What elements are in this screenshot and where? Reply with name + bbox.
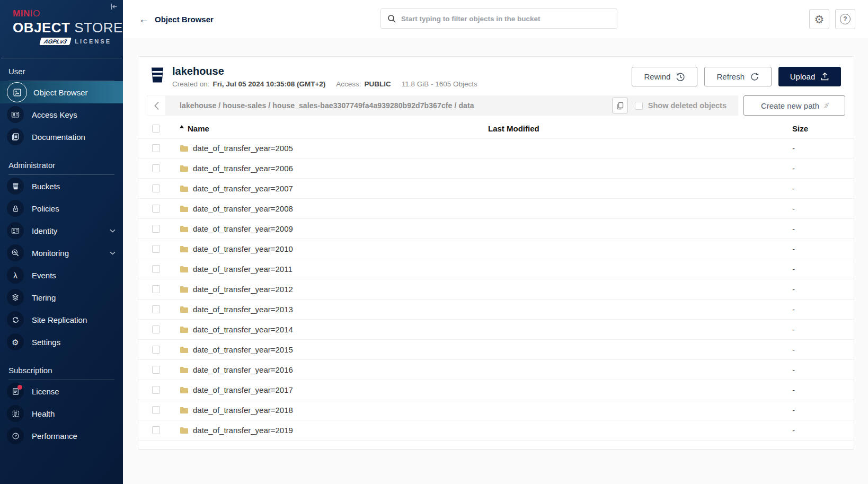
table-row[interactable]: date_of_transfer_year=2007-: [138, 179, 854, 199]
events-icon: λ: [7, 267, 24, 284]
show-deleted-toggle[interactable]: Show deleted objects: [635, 101, 731, 110]
page-title: Object Browser: [155, 15, 214, 24]
row-checkbox[interactable]: [152, 225, 160, 233]
object-filter-search[interactable]: [380, 8, 617, 29]
table-row[interactable]: date_of_transfer_year=2018-: [138, 400, 854, 420]
object-name: date_of_transfer_year=2010: [193, 244, 293, 253]
row-checkbox[interactable]: [152, 346, 160, 354]
size-cell: -: [792, 164, 854, 173]
row-checkbox[interactable]: [152, 184, 160, 192]
collapse-sidebar-icon[interactable]: [111, 3, 118, 10]
refresh-button[interactable]: Refresh: [704, 67, 772, 86]
back-navigation[interactable]: ← Object Browser: [139, 14, 214, 24]
bucket-browser-card: lakehouse Created on: Fri, Jul 05 2024 1…: [138, 56, 854, 450]
table-row[interactable]: date_of_transfer_year=2016-: [138, 360, 854, 380]
show-deleted-checkbox[interactable]: [635, 102, 643, 110]
row-checkbox[interactable]: [152, 205, 160, 213]
table-row[interactable]: date_of_transfer_year=2005-: [138, 138, 854, 159]
folder-link[interactable]: date_of_transfer_year=2016: [180, 365, 488, 374]
folder-link[interactable]: date_of_transfer_year=2013: [180, 305, 488, 314]
wordmark-light: STORE: [74, 20, 123, 36]
table-row[interactable]: date_of_transfer_year=2013-: [138, 300, 854, 320]
sidebar-item-identity[interactable]: Identity: [0, 219, 123, 242]
path-back-button[interactable]: [147, 95, 166, 116]
folder-link[interactable]: date_of_transfer_year=2018: [180, 406, 488, 415]
column-header-last-modified[interactable]: Last Modified: [488, 124, 792, 133]
help-button[interactable]: ?: [835, 9, 855, 29]
folder-link[interactable]: date_of_transfer_year=2007: [180, 184, 488, 193]
sidebar-item-access-keys[interactable]: Access Keys: [0, 103, 123, 126]
column-header-size[interactable]: Size: [792, 124, 854, 133]
sidebar-item-buckets[interactable]: Buckets: [0, 175, 123, 197]
sidebar-item-license[interactable]: License: [0, 380, 123, 402]
folder-link[interactable]: date_of_transfer_year=2012: [180, 285, 488, 294]
folder-icon: [180, 407, 189, 414]
table-row[interactable]: date_of_transfer_year=2011-: [138, 259, 854, 279]
search-input[interactable]: [401, 15, 610, 23]
bucket-icon: [150, 67, 165, 83]
sidebar-item-performance[interactable]: Performance: [0, 425, 123, 447]
sidebar-item-health[interactable]: Health: [0, 402, 123, 425]
folder-link[interactable]: date_of_transfer_year=2014: [180, 325, 488, 334]
chevron-down-icon[interactable]: [110, 229, 116, 233]
folder-link[interactable]: date_of_transfer_year=2017: [180, 385, 488, 394]
size-cell: -: [792, 265, 854, 274]
row-checkbox[interactable]: [152, 386, 160, 394]
refresh-label: Refresh: [716, 72, 745, 81]
size-cell: -: [792, 406, 854, 415]
row-checkbox[interactable]: [152, 366, 160, 374]
row-checkbox[interactable]: [152, 285, 160, 293]
row-checkbox[interactable]: [152, 426, 160, 434]
folder-link[interactable]: date_of_transfer_year=2015: [180, 345, 488, 354]
rewind-button[interactable]: Rewind: [632, 67, 697, 86]
sidebar-item-site-replication[interactable]: Site Replication: [0, 309, 123, 331]
row-checkbox[interactable]: [152, 144, 160, 152]
row-checkbox[interactable]: [152, 164, 160, 172]
table-row[interactable]: date_of_transfer_year=2015-: [138, 340, 854, 360]
select-all-checkbox[interactable]: [152, 125, 160, 133]
sidebar-item-label: Events: [32, 271, 56, 280]
sidebar-item-monitoring[interactable]: Monitoring: [0, 242, 123, 264]
back-arrow-icon[interactable]: ←: [139, 14, 149, 24]
column-header-name[interactable]: Name: [180, 124, 488, 133]
table-row[interactable]: date_of_transfer_year=2009-: [138, 219, 854, 239]
folder-link[interactable]: date_of_transfer_year=2008: [180, 204, 488, 213]
sidebar-item-object-browser[interactable]: Object Browser: [0, 81, 123, 103]
folder-link[interactable]: date_of_transfer_year=2005: [180, 144, 488, 153]
created-value: Fri, Jul 05 2024 10:35:08 (GMT+2): [213, 80, 326, 88]
folder-link[interactable]: date_of_transfer_year=2009: [180, 224, 488, 233]
folder-link[interactable]: date_of_transfer_year=2006: [180, 164, 488, 173]
table-row[interactable]: date_of_transfer_year=2006-: [138, 159, 854, 179]
table-row[interactable]: date_of_transfer_year=2014-: [138, 320, 854, 340]
show-deleted-label: Show deleted objects: [648, 101, 727, 110]
row-checkbox[interactable]: [152, 406, 160, 414]
table-row[interactable]: date_of_transfer_year=2010-: [138, 239, 854, 259]
folder-link[interactable]: date_of_transfer_year=2010: [180, 244, 488, 253]
breadcrumb: lakehouse / house-sales / house_sales-ba…: [166, 95, 738, 116]
row-checkbox[interactable]: [152, 245, 160, 253]
breadcrumb-path[interactable]: lakehouse / house-sales / house_sales-ba…: [180, 101, 474, 110]
chevron-down-icon[interactable]: [110, 251, 116, 255]
table-row[interactable]: date_of_transfer_year=2012-: [138, 279, 854, 300]
copy-path-button[interactable]: [612, 98, 628, 113]
sidebar-item-documentation[interactable]: Documentation: [0, 126, 123, 148]
table-row[interactable]: date_of_transfer_year=2017-: [138, 380, 854, 400]
object-name: date_of_transfer_year=2019: [193, 426, 293, 435]
sidebar-item-policies[interactable]: Policies: [0, 197, 123, 219]
row-checkbox[interactable]: [152, 305, 160, 313]
help-icon: ?: [840, 14, 851, 24]
object-name: date_of_transfer_year=2009: [193, 224, 293, 233]
table-row[interactable]: date_of_transfer_year=2008-: [138, 199, 854, 219]
row-checkbox[interactable]: [152, 325, 160, 333]
sidebar-item-events[interactable]: λ Events: [0, 264, 123, 286]
folder-link[interactable]: date_of_transfer_year=2019: [180, 426, 488, 435]
folder-link[interactable]: date_of_transfer_year=2011: [180, 265, 488, 274]
table-row[interactable]: date_of_transfer_year=2019-: [138, 420, 854, 441]
size-cell: -: [792, 426, 854, 435]
settings-button[interactable]: ⚙: [809, 9, 829, 29]
sidebar-item-settings[interactable]: ⚙ Settings: [0, 331, 123, 353]
create-new-path-button[interactable]: Create new path ://: [743, 95, 845, 116]
sidebar-item-tiering[interactable]: Tiering: [0, 286, 123, 309]
upload-button[interactable]: Upload: [778, 67, 841, 86]
row-checkbox[interactable]: [152, 265, 160, 273]
